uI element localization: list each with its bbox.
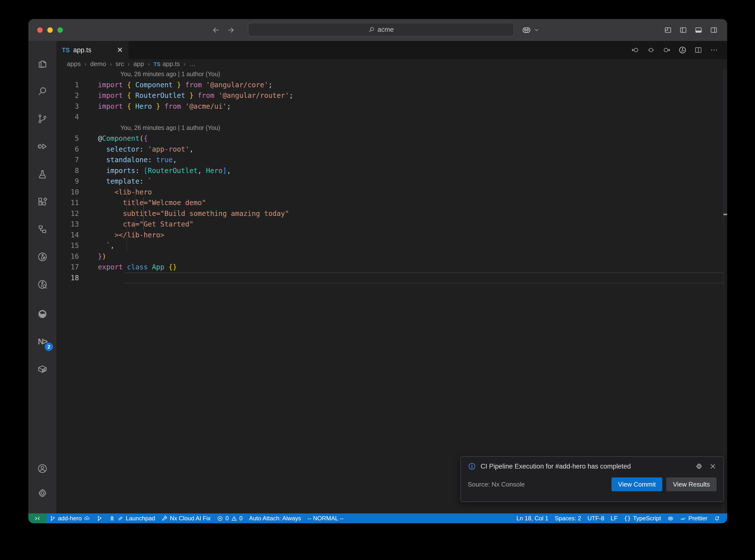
language-mode[interactable]: {}TypeScript xyxy=(621,514,664,523)
editor-scrollbar[interactable] xyxy=(723,69,727,514)
code-line[interactable]: 15 `, xyxy=(57,240,727,251)
activity-item-nx[interactable]: N>2 xyxy=(28,328,57,355)
copilot-menu-button[interactable] xyxy=(521,19,540,41)
code-text: import { Component } from '@angular/core… xyxy=(98,81,273,89)
code-editor[interactable]: You, 26 minutes ago | 1 author (You)1imp… xyxy=(57,69,727,514)
activity-item-files[interactable] xyxy=(28,50,57,77)
code-line[interactable]: 1import { Component } from '@angular/cor… xyxy=(57,80,727,91)
history-back-button[interactable] xyxy=(212,26,220,34)
error-circle-icon xyxy=(217,515,223,522)
breadcrumb-item[interactable]: src xyxy=(115,60,124,68)
code-line[interactable]: 12 subtitle="Build something amazing tod… xyxy=(57,208,727,219)
ellipsis-icon[interactable] xyxy=(710,46,718,54)
notification-close-icon[interactable] xyxy=(709,463,717,470)
breadcrumb-item[interactable]: … xyxy=(189,60,196,68)
code-line[interactable]: 11 title="Welcmoe demo" xyxy=(57,197,727,208)
notifications-bell[interactable] xyxy=(711,514,723,523)
vim-mode-label: -- NORMAL -- xyxy=(307,515,344,522)
history-forward-button[interactable] xyxy=(227,26,235,34)
overview-ruler-cursor-mark xyxy=(723,214,727,215)
panel-bottom-icon[interactable] xyxy=(695,26,702,34)
tab-close-icon[interactable]: ✕ xyxy=(117,46,123,54)
activity-item-gitlens-inspect[interactable] xyxy=(28,271,57,298)
graph-circle-icon[interactable] xyxy=(678,46,687,54)
command-center-search[interactable]: acme xyxy=(248,23,514,37)
breadcrumb-item[interactable]: app xyxy=(133,60,144,68)
close-window-button[interactable] xyxy=(37,27,43,33)
code-line[interactable]: 2import { RouterOutlet } from '@angular/… xyxy=(57,90,727,101)
activity-item-testing[interactable] xyxy=(28,160,57,188)
activity-item-container[interactable] xyxy=(28,355,57,383)
activity-item-gitlens[interactable] xyxy=(28,243,57,271)
activity-item-search[interactable] xyxy=(28,77,57,105)
prettier-status[interactable]: Prettier xyxy=(677,514,711,523)
activity-item-run-debug[interactable] xyxy=(28,133,57,160)
minimize-window-button[interactable] xyxy=(47,27,53,33)
eol[interactable]: LF xyxy=(608,514,621,523)
view-commit-button[interactable]: View Commit xyxy=(612,477,662,491)
breadcrumb-item[interactable]: TSapp.ts xyxy=(154,60,180,68)
code-text: selector: 'app-root', xyxy=(98,145,194,153)
code-line[interactable]: 6 selector: 'app-root', xyxy=(57,144,727,155)
activity-item-settings-gear[interactable] xyxy=(28,481,57,505)
code-line[interactable]: 10 <lib-hero xyxy=(57,187,727,198)
breadcrumb-item[interactable]: demo xyxy=(90,60,106,68)
nav-back-circle-icon[interactable] xyxy=(631,46,639,54)
panel-left-icon[interactable] xyxy=(679,26,687,34)
tab-app-ts[interactable]: TS app.ts ✕ xyxy=(57,41,128,59)
code-text: }) xyxy=(98,253,106,261)
remote-indicator[interactable] xyxy=(28,514,46,523)
code-line[interactable]: 17export class App {} xyxy=(57,262,727,273)
line-number: 17 xyxy=(57,263,79,271)
code-line[interactable]: 13 cta="Get Started" xyxy=(57,219,727,230)
zoom-window-button[interactable] xyxy=(57,27,63,33)
code-text: import { RouterOutlet } from '@angular/r… xyxy=(98,92,293,100)
nx-cloud-ai-fix-label: Nx Cloud AI Fix xyxy=(170,515,211,522)
auto-attach[interactable]: Auto Attach: Always xyxy=(246,514,304,523)
git-graph-status[interactable] xyxy=(93,514,106,523)
prettier-status-label: Prettier xyxy=(689,515,708,522)
view-results-button[interactable]: View Results xyxy=(666,477,717,491)
layout-icon[interactable] xyxy=(664,26,672,34)
git-blame-annotation[interactable]: You, 26 minutes ago | 1 author (You) xyxy=(57,69,727,80)
code-line[interactable]: 8 imports: [RouterOutlet, Hero], xyxy=(57,165,727,176)
activity-item-swirl-disc[interactable] xyxy=(28,300,57,328)
split-editor-icon[interactable] xyxy=(694,46,702,54)
cursor-position[interactable]: Ln 18, Col 1 xyxy=(513,514,551,523)
code-line[interactable]: 5@Component({ xyxy=(57,133,727,144)
command-center-value: acme xyxy=(378,26,394,34)
indentation[interactable]: Spaces: 2 xyxy=(552,514,584,523)
line-number: 7 xyxy=(57,156,79,164)
code-line[interactable]: 14 ></lib-hero> xyxy=(57,230,727,241)
breadcrumb-item[interactable]: apps xyxy=(67,60,81,68)
nav-circle-icon[interactable] xyxy=(647,46,655,54)
activity-item-boxes[interactable] xyxy=(28,215,57,243)
vim-mode[interactable]: -- NORMAL -- xyxy=(304,514,347,523)
git-graph-icon xyxy=(96,515,103,522)
code-line[interactable]: 9 template: ` xyxy=(57,176,727,187)
indent-guide-active xyxy=(143,197,144,230)
problems-status[interactable]: 00 xyxy=(214,514,246,523)
branch-status[interactable]: add-hero xyxy=(46,514,93,523)
notification-toast: CI Pipeline Execution for #add-hero has … xyxy=(460,456,724,502)
notification-settings-gear-icon[interactable] xyxy=(695,463,703,470)
current-line-highlight xyxy=(124,273,723,283)
panel-right-icon[interactable] xyxy=(710,26,718,34)
code-line[interactable]: 4 xyxy=(57,112,727,122)
line-number: 8 xyxy=(57,167,79,175)
encoding[interactable]: UTF-8 xyxy=(584,514,608,523)
code-line[interactable]: 7 standalone: true, xyxy=(57,155,727,165)
activity-item-account[interactable] xyxy=(28,456,57,481)
activity-item-source-control[interactable] xyxy=(28,105,57,133)
nav-forward-circle-icon[interactable] xyxy=(662,46,671,54)
git-blame-annotation[interactable]: You, 26 minutes ago | 1 author (You) xyxy=(57,122,727,133)
code-line[interactable]: 16}) xyxy=(57,251,727,262)
nx-cloud-ai-fix[interactable]: Nx Cloud AI Fix xyxy=(158,514,214,523)
code-line[interactable]: 3import { Hero } from '@acme/ui'; xyxy=(57,101,727,112)
copilot-icon xyxy=(521,25,531,35)
launchpad-status[interactable]: Launchpad xyxy=(106,514,158,523)
copilot-status[interactable] xyxy=(664,514,677,523)
code-text: title="Welcmoe demo" xyxy=(98,199,206,207)
activity-item-extensions[interactable] xyxy=(28,188,57,215)
line-number: 15 xyxy=(57,242,79,250)
